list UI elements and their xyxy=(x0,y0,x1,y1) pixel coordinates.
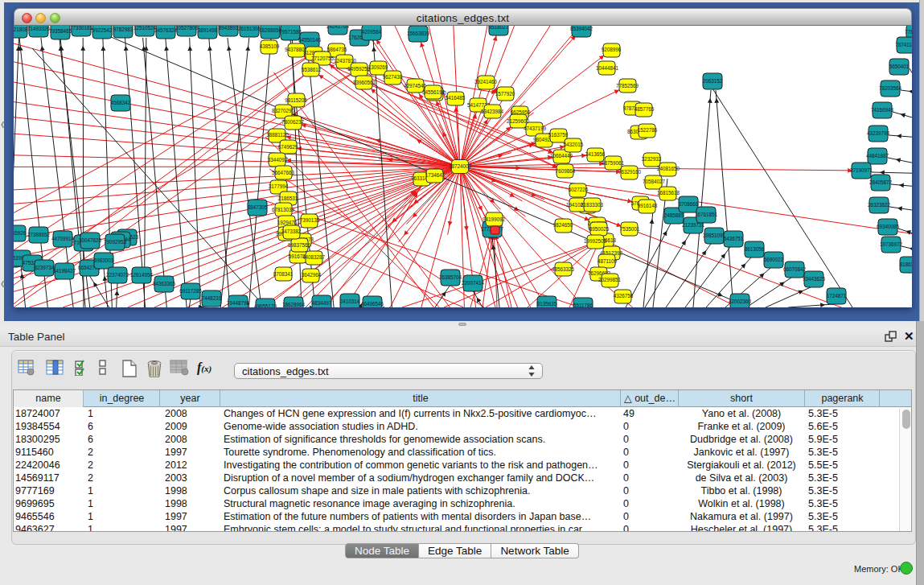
svg-text:20299851: 20299851 xyxy=(598,277,622,282)
svg-text:71493326: 71493326 xyxy=(27,26,51,31)
svg-text:8943893: 8943893 xyxy=(219,26,239,31)
svg-text:85394042: 85394042 xyxy=(570,26,593,31)
svg-text:46496546: 46496546 xyxy=(361,301,384,307)
svg-text:9627430: 9627430 xyxy=(383,74,403,80)
svg-text:79448796: 79448796 xyxy=(227,300,250,306)
svg-text:64198427: 64198427 xyxy=(53,268,76,274)
svg-text:88759061: 88759061 xyxy=(602,160,625,166)
svg-text:4385109: 4385109 xyxy=(260,43,280,49)
svg-text:4834497: 4834497 xyxy=(312,300,332,306)
svg-text:2063152: 2063152 xyxy=(703,78,723,84)
svg-text:3177994: 3177994 xyxy=(269,183,289,189)
svg-text:44709914: 44709914 xyxy=(51,236,75,241)
svg-text:7390135: 7390135 xyxy=(300,217,320,223)
svg-text:2186531: 2186531 xyxy=(278,196,298,201)
svg-text:74160948: 74160948 xyxy=(871,107,894,113)
svg-text:5538612: 5538612 xyxy=(302,67,322,72)
svg-text:6027226: 6027226 xyxy=(569,187,589,192)
svg-text:18628964: 18628964 xyxy=(282,302,306,307)
svg-text:7448231: 7448231 xyxy=(202,295,222,301)
svg-text:39241460: 39241460 xyxy=(474,79,498,84)
svg-text:9922542: 9922542 xyxy=(92,27,113,33)
svg-text:24081650: 24081650 xyxy=(657,166,680,171)
svg-text:6983003: 6983003 xyxy=(94,257,114,263)
svg-text:14959258: 14959258 xyxy=(347,66,371,72)
svg-text:9782983: 9782983 xyxy=(113,27,133,32)
svg-text:28405872: 28405872 xyxy=(869,179,893,185)
svg-text:1734641: 1734641 xyxy=(425,172,446,178)
svg-text:1522786: 1522786 xyxy=(638,127,658,133)
svg-text:3232933: 3232933 xyxy=(642,156,662,162)
svg-text:77120755: 77120755 xyxy=(311,56,335,61)
svg-text:3708666: 3708666 xyxy=(679,201,699,207)
svg-text:2021808: 2021808 xyxy=(14,27,28,32)
svg-text:22007414: 22007414 xyxy=(462,280,485,286)
svg-text:79571586: 79571586 xyxy=(279,29,302,35)
svg-text:9518027: 9518027 xyxy=(489,26,509,30)
svg-text:10664449: 10664449 xyxy=(550,153,573,159)
svg-text:84550146: 84550146 xyxy=(298,37,322,43)
svg-text:77854192: 77854192 xyxy=(905,29,912,35)
svg-text:4326756: 4326756 xyxy=(614,293,634,299)
svg-text:1309269: 1309269 xyxy=(368,64,388,70)
svg-text:26323822: 26323822 xyxy=(868,202,891,208)
svg-text:12510524: 12510524 xyxy=(133,26,157,31)
svg-text:4568342: 4568342 xyxy=(111,100,131,105)
svg-text:30047826: 30047826 xyxy=(79,237,102,243)
svg-text:9916148: 9916148 xyxy=(638,203,658,208)
svg-text:3642964: 3642964 xyxy=(302,272,322,278)
svg-text:27388652: 27388652 xyxy=(27,232,51,237)
svg-text:79358465: 79358465 xyxy=(49,28,72,34)
svg-text:48563325: 48563325 xyxy=(552,266,575,272)
svg-text:70584027: 70584027 xyxy=(643,179,666,184)
svg-text:2410314: 2410314 xyxy=(340,299,360,304)
svg-text:5650401: 5650401 xyxy=(889,64,910,69)
svg-text:8239734: 8239734 xyxy=(35,265,55,270)
svg-text:16761851: 16761851 xyxy=(695,212,718,217)
svg-text:69837566: 69837566 xyxy=(288,242,311,248)
svg-text:6690022: 6690022 xyxy=(764,257,784,262)
svg-text:19992509: 19992509 xyxy=(584,238,607,244)
svg-text:12614954: 12614954 xyxy=(130,272,154,278)
svg-text:8708341: 8708341 xyxy=(273,271,294,277)
svg-text:8135635: 8135635 xyxy=(537,301,557,307)
svg-text:93443625: 93443625 xyxy=(803,276,826,282)
svg-text:2485889: 2485889 xyxy=(664,212,684,218)
svg-text:8186330: 8186330 xyxy=(900,262,912,267)
svg-text:8847305: 8847305 xyxy=(248,204,268,210)
svg-text:69117285: 69117285 xyxy=(179,288,202,294)
svg-text:81833303: 81833303 xyxy=(581,202,604,208)
svg-text:10444841: 10444841 xyxy=(596,65,619,71)
svg-text:94199092: 94199092 xyxy=(483,216,506,222)
svg-text:9824650: 9824650 xyxy=(553,222,573,228)
svg-text:5511786: 5511786 xyxy=(573,303,593,307)
svg-text:39851095: 39851095 xyxy=(703,233,726,238)
svg-text:6749629: 6749629 xyxy=(278,144,298,150)
svg-text:53423984: 53423984 xyxy=(481,109,504,114)
svg-text:76385704: 76385704 xyxy=(439,274,462,280)
svg-text:77852569: 77852569 xyxy=(616,83,639,89)
svg-text:5436751: 5436751 xyxy=(724,236,744,241)
svg-text:38881120: 38881120 xyxy=(266,132,289,138)
svg-text:10527808: 10527808 xyxy=(175,26,199,31)
svg-text:77330181: 77330181 xyxy=(70,26,93,31)
svg-text:79092953: 79092953 xyxy=(104,239,127,245)
svg-text:69340085: 69340085 xyxy=(877,224,900,229)
svg-text:3891498: 3891498 xyxy=(198,27,218,33)
svg-text:3344092: 3344092 xyxy=(268,157,288,163)
svg-text:84363365: 84363365 xyxy=(153,281,176,286)
svg-text:44841887: 44841887 xyxy=(866,153,889,159)
svg-text:24241764: 24241764 xyxy=(326,26,350,29)
svg-text:4209584: 4209584 xyxy=(362,29,382,35)
svg-text:15663839: 15663839 xyxy=(407,31,430,36)
svg-text:49655179: 49655179 xyxy=(254,303,277,307)
svg-text:42974546: 42974546 xyxy=(404,83,427,89)
svg-text:56647663: 56647663 xyxy=(272,170,295,175)
svg-text:19736972: 19736972 xyxy=(880,241,903,247)
svg-text:5416485: 5416485 xyxy=(446,95,466,101)
svg-text:83270296: 83270296 xyxy=(272,108,295,113)
svg-text:44083287: 44083287 xyxy=(302,254,326,260)
svg-text:47437199: 47437199 xyxy=(524,126,547,131)
svg-text:22374072: 22374072 xyxy=(106,272,129,278)
svg-text:5432015: 5432015 xyxy=(564,142,584,147)
